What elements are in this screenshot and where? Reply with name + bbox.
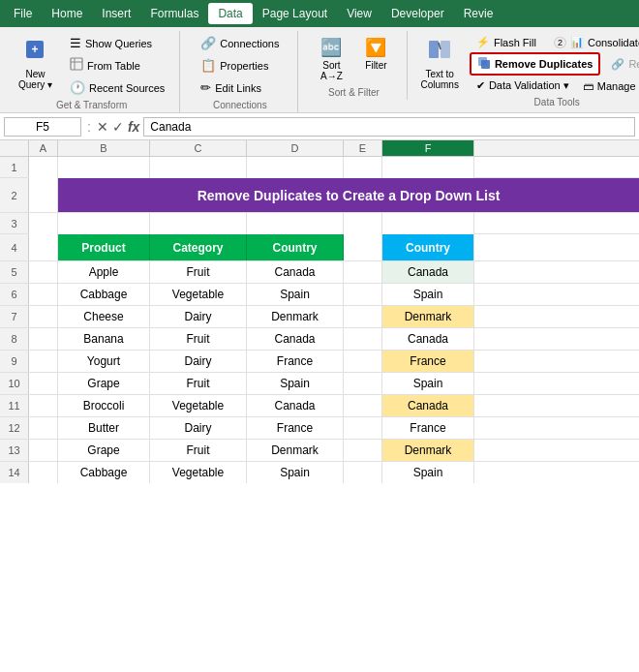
cell-D1[interactable] [247, 157, 344, 178]
cell-D13[interactable]: Denmark [247, 440, 344, 461]
cell-A5[interactable] [29, 261, 58, 283]
cell-C11[interactable]: Vegetable [150, 395, 247, 416]
cell-A6[interactable] [29, 284, 58, 305]
menu-data[interactable]: Data [208, 3, 252, 24]
manage-data-model-button[interactable]: 🗃 Manage Data Model [576, 76, 639, 95]
cell-D8[interactable]: Canada [247, 328, 344, 350]
cancel-icon[interactable]: ✕ [97, 119, 108, 135]
menu-formulas[interactable]: Formulas [140, 3, 208, 24]
cell-C8[interactable]: Fruit [150, 328, 247, 350]
cell-A13[interactable] [29, 440, 58, 461]
insert-function-icon[interactable]: fx [128, 119, 139, 135]
name-box[interactable] [4, 117, 81, 137]
cell-F3[interactable] [382, 213, 474, 234]
cell-E12[interactable] [344, 417, 382, 439]
consolidate-button[interactable]: 2 📊 Consolidate [547, 33, 639, 51]
cell-D10[interactable]: Spain [247, 373, 344, 394]
cell-D9[interactable]: France [247, 351, 344, 372]
cell-B7[interactable]: Cheese [58, 306, 150, 327]
cell-F4-side-header[interactable]: Country [382, 234, 474, 260]
cell-B4-header[interactable]: Product [58, 234, 150, 260]
menu-pagelayout[interactable]: Page Layout [253, 3, 337, 24]
cell-A10[interactable] [29, 373, 58, 394]
cell-A8[interactable] [29, 328, 58, 350]
cell-F12[interactable]: France [382, 417, 474, 439]
cell-D4-header[interactable]: Country [247, 234, 344, 260]
cell-A11[interactable] [29, 395, 58, 416]
cell-B12[interactable]: Butter [58, 417, 150, 439]
show-queries-button[interactable]: ☰ Show Queries [63, 33, 171, 53]
menu-review[interactable]: Revie [454, 3, 503, 24]
cell-A4[interactable] [29, 234, 58, 260]
remove-duplicates-button[interactable]: Remove Duplicates to Create a Drop Down … [470, 52, 600, 76]
cell-C1[interactable] [150, 157, 247, 178]
cell-E11[interactable] [344, 395, 382, 416]
edit-links-button[interactable]: ✏ Edit Links [194, 77, 268, 98]
cell-B5[interactable]: Apple [58, 261, 150, 283]
cell-A2[interactable] [29, 178, 58, 212]
cell-E8[interactable] [344, 328, 382, 350]
properties-button[interactable]: 📋 Properties [194, 55, 275, 76]
cell-D12[interactable]: France [247, 417, 344, 439]
cell-B14[interactable]: Cabbage [58, 462, 150, 483]
sort-az-button[interactable]: 🔤 SortA→Z [312, 33, 350, 85]
cell-E3[interactable] [344, 213, 382, 234]
cell-B6[interactable]: Cabbage [58, 284, 150, 305]
cell-F1[interactable] [382, 157, 474, 178]
cell-C9[interactable]: Dairy [150, 351, 247, 372]
cell-D6[interactable]: Spain [247, 284, 344, 305]
cell-E9[interactable] [344, 351, 382, 372]
cell-A1[interactable] [29, 157, 58, 178]
menu-insert[interactable]: Insert [92, 3, 140, 24]
cell-C3[interactable] [150, 213, 247, 234]
cell-F6[interactable]: Spain [382, 284, 474, 305]
cell-E13[interactable] [344, 440, 382, 461]
cell-C14[interactable]: Vegetable [150, 462, 247, 483]
cell-E1[interactable] [344, 157, 382, 178]
cell-B1[interactable] [58, 157, 150, 178]
cell-E5[interactable] [344, 261, 382, 283]
text-to-columns-button[interactable]: Text toColumns [413, 33, 465, 94]
menu-home[interactable]: Home [42, 3, 92, 24]
cell-F8[interactable]: Canada [382, 328, 474, 350]
cell-F10[interactable]: Spain [382, 373, 474, 394]
cell-D7[interactable]: Denmark [247, 306, 344, 327]
confirm-icon[interactable]: ✓ [112, 119, 124, 135]
cell-B13[interactable]: Grape [58, 440, 150, 461]
cell-F7[interactable]: Denmark [382, 306, 474, 327]
cell-F14[interactable]: Spain [382, 462, 474, 483]
menu-file[interactable]: File [4, 3, 42, 24]
cell-E4[interactable] [344, 234, 382, 260]
cell-F11[interactable]: Canada [382, 395, 474, 416]
flash-fill-button[interactable]: ⚡ Flash Fill [470, 33, 543, 51]
cell-E7[interactable] [344, 306, 382, 327]
cell-B11[interactable]: Broccoli [58, 395, 150, 416]
cell-D3[interactable] [247, 213, 344, 234]
cell-E10[interactable] [344, 373, 382, 394]
filter-button[interactable]: 🔽 Filter [356, 33, 395, 75]
cell-D5[interactable]: Canada [247, 261, 344, 283]
cell-B3[interactable] [58, 213, 150, 234]
cell-A3[interactable] [29, 213, 58, 234]
cell-A7[interactable] [29, 306, 58, 327]
formula-input[interactable] [143, 117, 635, 137]
from-table-button[interactable]: From Table [63, 54, 171, 76]
cell-C6[interactable]: Vegetable [150, 284, 247, 305]
cell-D14[interactable]: Spain [247, 462, 344, 483]
cell-F9[interactable]: France [382, 351, 474, 372]
menu-developer[interactable]: Developer [381, 3, 454, 24]
cell-A14[interactable] [29, 462, 58, 483]
connections-button[interactable]: 🔗 Connections [194, 33, 286, 53]
cell-C13[interactable]: Fruit [150, 440, 247, 461]
cell-F5[interactable]: Canada [382, 261, 474, 283]
recent-sources-button[interactable]: 🕐 Recent Sources [63, 77, 171, 98]
cell-A12[interactable] [29, 417, 58, 439]
cell-E6[interactable] [344, 284, 382, 305]
merged-title-cell[interactable]: Remove Duplicates to Create a Drop Down … [58, 178, 639, 212]
cell-C4-header[interactable]: Category [150, 234, 247, 260]
cell-E14[interactable] [344, 462, 382, 483]
data-validation-button[interactable]: ✔ Data Validation ▾ [470, 76, 576, 95]
cell-B8[interactable]: Banana [58, 328, 150, 350]
cell-C7[interactable]: Dairy [150, 306, 247, 327]
cell-C5[interactable]: Fruit [150, 261, 247, 283]
